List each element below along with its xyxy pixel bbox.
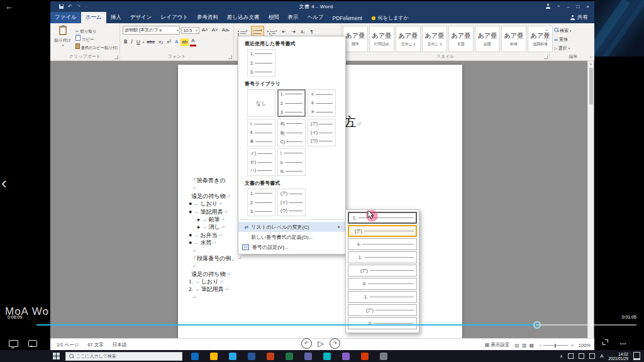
- previous-chapter-icon[interactable]: ‹: [1, 173, 7, 193]
- taskbar-app-icon[interactable]: [323, 353, 331, 360]
- taskbar-app-icon[interactable]: [229, 353, 236, 360]
- menu-item-change-list-level[interactable]: ⇄ リストのレベルの変更(C) ▸: [238, 222, 345, 232]
- skip-back-button[interactable]: ↶: [301, 338, 312, 349]
- close-button[interactable]: ×: [586, 4, 589, 9]
- scrollbar-thumb[interactable]: [589, 68, 593, 104]
- share-button[interactable]: 共有: [564, 12, 594, 23]
- formatting-marks-button[interactable]: ¶: [309, 28, 314, 36]
- minimize-button[interactable]: –: [567, 4, 569, 9]
- numbering-option[interactable]: A) B) C): [277, 119, 306, 146]
- list-level-option[interactable]: (ア): [348, 225, 417, 237]
- document-numbering-option[interactable]: 1. 2. 3.: [247, 189, 275, 216]
- vertical-scrollbar[interactable]: ▲: [587, 61, 594, 338]
- ribbon-tab[interactable]: ヘルプ: [303, 12, 328, 23]
- ime-indicator[interactable]: A: [600, 353, 603, 359]
- numbering-option[interactable]: ① ② ③: [308, 89, 336, 117]
- zoom-slider[interactable]: −+: [539, 343, 574, 348]
- back-arrow-icon[interactable]: ←: [5, 2, 13, 11]
- subscript-button[interactable]: x₂: [157, 38, 164, 46]
- font-dialog-launcher-icon[interactable]: [228, 55, 232, 59]
- taskbar-app-icon[interactable]: [304, 353, 312, 360]
- ribbon-tab[interactable]: 挿入: [106, 12, 126, 23]
- maximize-button[interactable]: □: [576, 4, 579, 9]
- increase-indent-button[interactable]: ⇥: [290, 28, 297, 36]
- underline-button[interactable]: U: [135, 38, 142, 46]
- redo-icon[interactable]: ↷: [77, 4, 81, 9]
- numbering-option-none[interactable]: なし: [247, 89, 275, 117]
- fullscreen-icon[interactable]: [602, 339, 608, 345]
- ribbon-display-options-icon[interactable]: ^: [557, 4, 560, 9]
- taskbar-app-icon[interactable]: [210, 353, 218, 360]
- tray-chevron-icon[interactable]: ∧: [560, 354, 563, 359]
- display-settings-button[interactable]: ▦ 表示設定: [485, 342, 510, 348]
- play-button[interactable]: ▷: [318, 339, 324, 348]
- ribbon-tab[interactable]: 表示: [283, 12, 303, 23]
- ribbon-tab[interactable]: 参考資料: [192, 12, 223, 23]
- ribbon-tab[interactable]: ホーム: [81, 12, 106, 23]
- tell-me-box[interactable]: 何をしますか: [367, 13, 414, 23]
- numbering-option[interactable]: 1. 2. 3.: [277, 89, 306, 117]
- font-color-button[interactable]: A: [190, 37, 196, 47]
- list-level-option[interactable]: 1.: [348, 212, 417, 224]
- progress-knob[interactable]: [533, 321, 541, 329]
- taskbar-app-icon[interactable]: [248, 353, 255, 360]
- ribbon-tab[interactable]: 校閲: [264, 12, 283, 23]
- taskbar-clock[interactable]: 14:02 2021/01/29: [608, 352, 628, 361]
- copy-button[interactable]: コピー: [75, 35, 118, 43]
- ribbon-tab[interactable]: レイアウト: [157, 12, 193, 23]
- text-effects-button[interactable]: A: [174, 38, 179, 46]
- more-options-icon[interactable]: …: [619, 339, 626, 345]
- strikethrough-button[interactable]: abc: [145, 38, 156, 46]
- read-mode-icon[interactable]: ▤: [514, 343, 519, 348]
- style-chip[interactable]: あア亜 標準: [343, 26, 368, 52]
- taskbar-search[interactable]: ここに入力して検索: [65, 352, 182, 361]
- numbering-option[interactable]: i. ii. iii.: [277, 148, 306, 176]
- language-indicator[interactable]: 日本語: [113, 342, 127, 348]
- undo-icon[interactable]: ↶: [68, 4, 72, 9]
- word-count[interactable]: 67 文字: [87, 342, 103, 348]
- numbering-option[interactable]: Ⅰ. Ⅱ. Ⅲ.: [247, 119, 275, 146]
- save-icon[interactable]: [59, 4, 64, 9]
- tray-icon-1[interactable]: [568, 353, 574, 359]
- account-icon[interactable]: [545, 4, 550, 9]
- paste-button[interactable]: 貼り付け ▾: [53, 26, 72, 47]
- underline-caret-icon[interactable]: ▾: [143, 40, 145, 44]
- skip-forward-button[interactable]: ↷: [330, 338, 340, 349]
- list-level-option[interactable]: 1.: [348, 251, 417, 263]
- sort-button[interactable]: A↓: [299, 28, 307, 36]
- scroll-up-icon[interactable]: ▲: [588, 61, 594, 67]
- document-numbering-option[interactable]: (ア) (イ) (ウ): [277, 189, 306, 216]
- decrease-indent-button[interactable]: ⇤: [281, 28, 288, 36]
- list-level-option[interactable]: (ア): [348, 265, 417, 277]
- style-chip[interactable]: あア亜 強調斜体: [528, 26, 553, 52]
- change-case-button[interactable]: Aa▾: [221, 26, 231, 34]
- numbering-option[interactable]: (ア) (イ) (ウ): [308, 119, 336, 146]
- ribbon-tab[interactable]: ファイル: [50, 12, 81, 23]
- list-level-option[interactable]: ①: [348, 317, 417, 329]
- numbering-option[interactable]: イ) ロ) ハ): [247, 148, 275, 176]
- shrink-font-button[interactable]: A˅: [211, 26, 219, 34]
- style-chip[interactable]: あア亜 行間詰め: [369, 26, 394, 52]
- style-chip[interactable]: あア亜 表題: [448, 26, 474, 52]
- page-count[interactable]: 1/1 ページ: [57, 342, 79, 348]
- taskbar-app-icon[interactable]: [191, 353, 199, 360]
- start-button[interactable]: [53, 353, 60, 359]
- menu-item-define-new-format[interactable]: 新しい番号書式の定義(D)...: [238, 232, 345, 242]
- cut-button[interactable]: ✂ 切り取り: [75, 27, 118, 35]
- list-level-option[interactable]: ①: [348, 238, 417, 250]
- styles-gallery-scroll[interactable]: ▴▾≡: [546, 27, 548, 42]
- taskbar-app-icon[interactable]: [286, 353, 293, 360]
- ribbon-tab[interactable]: PDFelement: [328, 13, 367, 23]
- tray-icon-2[interactable]: [579, 353, 584, 359]
- zoom-level[interactable]: 100%: [579, 343, 591, 348]
- ribbon-tab[interactable]: 差し込み文書: [223, 12, 264, 23]
- select-button[interactable]: ▷ 選択 ▾: [554, 44, 597, 53]
- video-progress-bar[interactable]: [36, 324, 636, 326]
- highlight-button[interactable]: ab: [180, 38, 189, 46]
- tray-icon-3[interactable]: [589, 353, 595, 359]
- style-chip[interactable]: あア亜 副題: [475, 26, 500, 52]
- taskbar-app-icon[interactable]: [361, 353, 369, 360]
- taskbar-app-icon[interactable]: [380, 353, 387, 360]
- replace-button[interactable]: ab 置換: [554, 35, 597, 44]
- grow-font-button[interactable]: A˄: [201, 26, 209, 34]
